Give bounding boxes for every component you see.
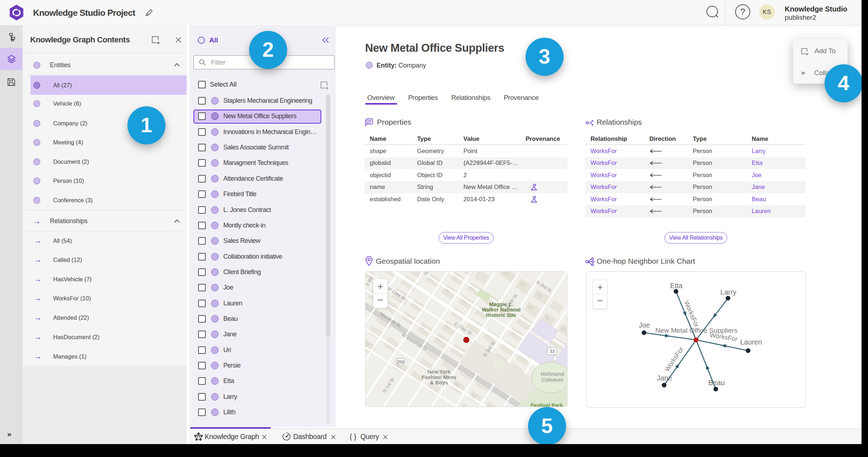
svg-text:Coliseum: Coliseum: [542, 377, 563, 383]
svg-text:250: 250: [397, 360, 404, 364]
svg-text:Richmond: Richmond: [541, 371, 564, 377]
svg-text:Historic Site: Historic Site: [486, 312, 517, 318]
svg-text:WorksFor: WorksFor: [663, 346, 685, 373]
svg-text:Beau: Beau: [708, 379, 725, 387]
svg-text:New York: New York: [428, 369, 451, 375]
svg-text:Joe: Joe: [639, 321, 650, 329]
svg-text:Jane: Jane: [657, 374, 672, 382]
svg-text:Larry: Larry: [720, 288, 737, 296]
svg-text:Etta: Etta: [670, 282, 683, 290]
svg-text:Walker National: Walker National: [482, 307, 521, 313]
svg-text:Festival Park: Festival Park: [531, 402, 563, 407]
svg-text:New Metal Office Suppliers: New Metal Office Suppliers: [655, 327, 738, 334]
svg-text:33: 33: [550, 349, 555, 354]
svg-text:& Boys: & Boys: [430, 380, 448, 386]
svg-text:Fashion Mens: Fashion Mens: [422, 374, 457, 380]
svg-text:Lauren: Lauren: [740, 338, 762, 346]
svg-text:Maggie L.: Maggie L.: [489, 301, 513, 307]
